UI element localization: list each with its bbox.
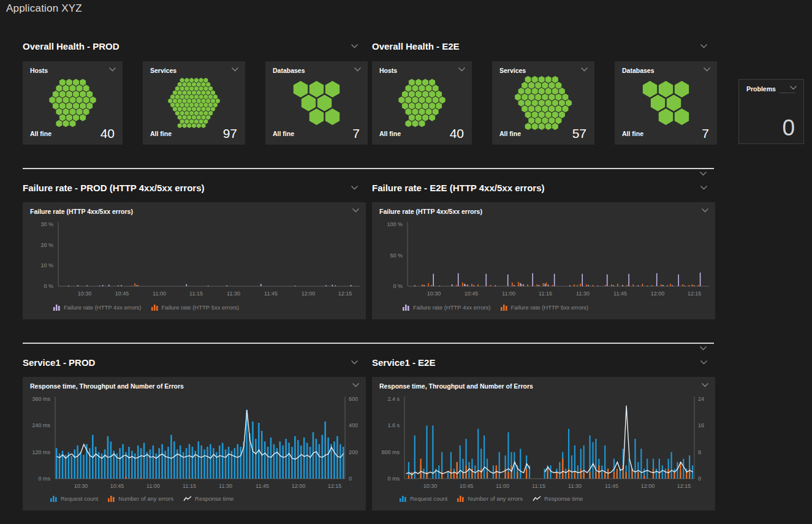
- section-title-overall-e2e: Overall Health - E2E: [372, 41, 460, 51]
- healthy-hexagon: [555, 82, 561, 89]
- legend-item[interactable]: Failure rate (HTTP 5xx errors): [501, 303, 589, 311]
- tile-count: 7: [352, 126, 360, 141]
- bar-series: [68, 284, 351, 286]
- healthy-hexagon: [187, 90, 191, 95]
- healthy-hexagon: [433, 96, 439, 103]
- chart-legend: Failure rate (HTTP 4xx errors)Failure ra…: [53, 303, 239, 311]
- healthy-hexagon: [412, 96, 418, 103]
- healthy-hexagon: [73, 91, 79, 97]
- healthy-hexagon: [194, 86, 199, 91]
- chart-plot[interactable]: [23, 202, 366, 289]
- healthy-hexagon: [532, 123, 538, 130]
- healthy-hexagon: [525, 76, 531, 83]
- chevron-down-icon[interactable]: [351, 44, 359, 48]
- y-axis-label: 120 ms: [25, 449, 50, 455]
- bar-chart-icon: [400, 495, 407, 502]
- healthy-hexagon: [187, 123, 191, 128]
- chevron-down-icon[interactable]: [789, 85, 797, 90]
- healthy-hexagon: [173, 99, 177, 104]
- healthy-hexagon: [562, 105, 568, 112]
- tile-status-text: All fine: [150, 130, 172, 137]
- failure-prod-chart-tile[interactable]: Failure rate (HTTP 4xx/5xx errors)30 %20…: [23, 202, 366, 319]
- service1-prod-chart-tile[interactable]: Response time, Throughput and Number of …: [23, 377, 366, 511]
- chevron-down-icon[interactable]: [699, 171, 707, 176]
- healthy-hexagon: [202, 107, 206, 112]
- x-axis-label: 11:45: [598, 483, 625, 489]
- chevron-down-icon[interactable]: [351, 185, 359, 190]
- healthy-hexagon: [302, 95, 316, 112]
- healthy-hexagon: [552, 76, 558, 83]
- healthy-hexagon: [178, 123, 182, 128]
- healthy-hexagon: [426, 108, 432, 115]
- legend-item[interactable]: Response time: [533, 495, 583, 502]
- legend-item[interactable]: Number of any errors: [457, 495, 523, 502]
- legend-item[interactable]: Response time: [183, 495, 233, 502]
- healthy-hexagon: [415, 91, 422, 97]
- y-axis-right-label: 200: [349, 449, 365, 455]
- healthy-hexagon: [559, 111, 565, 118]
- health-tile-e2e-hosts[interactable]: HostsAll fine40: [372, 61, 472, 145]
- legend-item[interactable]: Failure rate (HTTP 4xx errors): [53, 303, 142, 311]
- health-tile-e2e-services[interactable]: ServicesAll fine57: [492, 61, 594, 145]
- y-axis-label: 0 ms: [374, 476, 400, 482]
- chart-plot[interactable]: [372, 202, 715, 289]
- healthy-hexagon: [294, 81, 308, 97]
- healthy-hexagon: [175, 86, 180, 91]
- healthy-hexagon: [566, 99, 572, 106]
- healthy-hexagon: [187, 99, 191, 104]
- bar-chart-icon: [53, 303, 61, 311]
- health-tile-prod-databases[interactable]: DatabasesAll fine7: [265, 61, 368, 145]
- healthy-hexagon: [419, 120, 425, 127]
- healthy-hexagon: [528, 82, 534, 89]
- health-tile-e2e-databases[interactable]: DatabasesAll fine7: [615, 61, 717, 145]
- chevron-down-icon[interactable]: [700, 360, 708, 365]
- healthy-hexagon: [70, 108, 76, 115]
- section-title-failure-prod: Failure rate - PROD (HTTP 4xx/5xx errors…: [23, 183, 205, 193]
- healthy-hexagon: [199, 94, 203, 99]
- legend-item[interactable]: Failure rate (HTTP 5xx errors): [151, 303, 240, 311]
- x-axis-label: 10:30: [420, 290, 447, 297]
- bar-chart-icon: [151, 303, 159, 311]
- tile-count: 97: [223, 126, 237, 141]
- healthy-hexagon: [183, 107, 187, 112]
- chart-plot[interactable]: [372, 377, 715, 481]
- healthy-hexagon: [535, 117, 541, 124]
- chevron-down-icon[interactable]: [700, 185, 708, 190]
- chevron-down-icon[interactable]: [351, 360, 359, 365]
- healthy-hexagon: [518, 88, 525, 94]
- healthy-hexagon: [83, 85, 89, 91]
- chevron-down-icon[interactable]: [699, 346, 707, 351]
- healthy-hexagon: [525, 123, 531, 130]
- healthy-hexagon: [202, 123, 206, 128]
- healthy-hexagon: [77, 108, 83, 115]
- line-series: [406, 406, 693, 475]
- x-axis-label: 11:45: [249, 483, 276, 489]
- legend-item[interactable]: Request count: [400, 495, 447, 502]
- problems-count: 0: [782, 115, 795, 141]
- legend-item[interactable]: Failure rate (HTTP 4xx errors): [403, 303, 491, 311]
- problems-tile[interactable]: Problems0: [738, 79, 804, 144]
- chart-legend: Failure rate (HTTP 4xx errors)Failure ra…: [403, 303, 588, 311]
- healthy-hexagon: [189, 86, 194, 91]
- failure-e2e-chart-tile[interactable]: Failure rate (HTTP 4xx/5xx errors)100 %5…: [372, 202, 715, 319]
- healthy-hexagon: [197, 99, 201, 104]
- health-tile-prod-hosts[interactable]: HostsAll fine40: [23, 61, 123, 145]
- healthy-hexagon: [439, 96, 446, 103]
- health-tile-prod-services[interactable]: ServicesAll fine97: [143, 61, 245, 145]
- chart-plot[interactable]: [23, 377, 366, 481]
- healthy-hexagon: [66, 79, 72, 86]
- legend-item[interactable]: Request count: [50, 495, 98, 502]
- healthy-hexagon: [405, 120, 411, 127]
- healthy-hexagon: [199, 86, 203, 91]
- tile-title: Problems: [746, 85, 776, 93]
- section-header-overall-prod: Overall Health - PROD: [23, 39, 359, 53]
- section-header-failure-e2e: Failure rate - E2E (HTTP 4xx/5xx errors): [372, 181, 708, 194]
- healthy-hexagon: [80, 79, 86, 86]
- healthy-hexagon: [66, 91, 72, 97]
- healthy-hexagon: [532, 88, 538, 94]
- bar-chart-icon: [403, 303, 410, 311]
- chevron-down-icon[interactable]: [700, 44, 708, 48]
- service1-e2e-chart-tile[interactable]: Response time, Throughput and Number of …: [372, 377, 715, 511]
- legend-item[interactable]: Number of any errors: [108, 495, 173, 502]
- healthy-hexagon: [409, 114, 415, 121]
